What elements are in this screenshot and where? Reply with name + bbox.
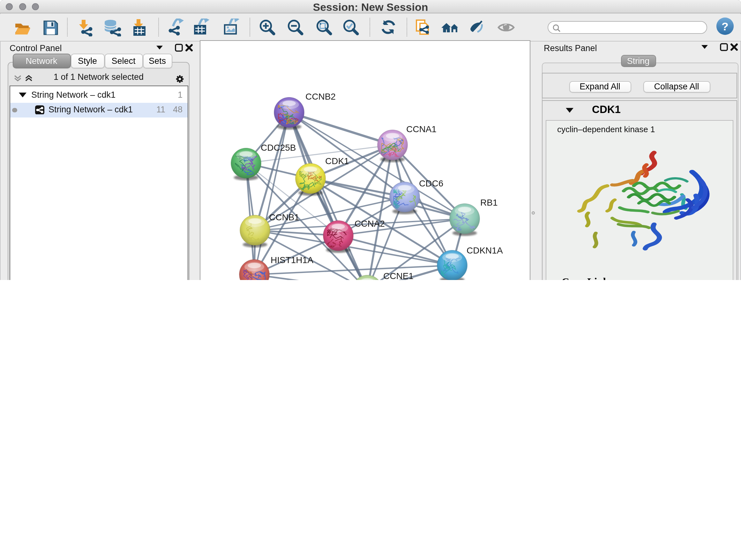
svg-text:CCNA2: CCNA2 (354, 219, 385, 228)
svg-text:CDKN1A: CDKN1A (466, 245, 502, 255)
svg-text:CCNB1: CCNB1 (269, 212, 299, 222)
svg-text:CCNA1: CCNA1 (406, 124, 436, 134)
svg-text:CDC6: CDC6 (419, 178, 443, 188)
svg-text:CCNE1: CCNE1 (383, 271, 413, 280)
svg-text:RB1: RB1 (480, 197, 497, 207)
svg-text:CCNB2: CCNB2 (305, 91, 335, 101)
svg-text:CDC25B: CDC25B (260, 142, 295, 152)
svg-text:CDK1: CDK1 (325, 156, 349, 166)
svg-text:?: ? (722, 20, 729, 33)
svg-text:HIST1H1A: HIST1H1A (270, 255, 313, 265)
